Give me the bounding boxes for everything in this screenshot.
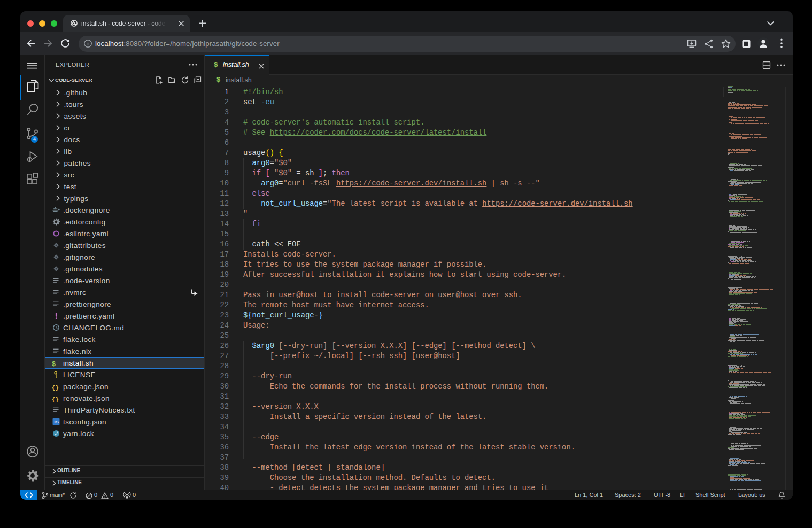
- svg-text:TS: TS: [53, 420, 59, 424]
